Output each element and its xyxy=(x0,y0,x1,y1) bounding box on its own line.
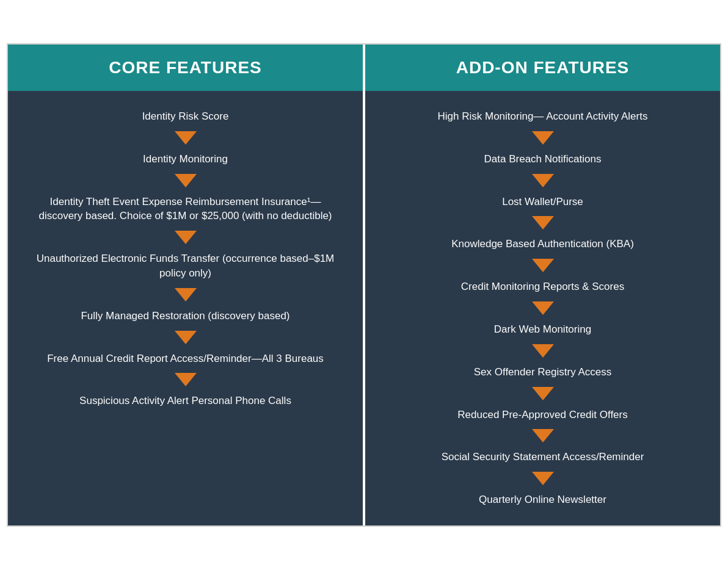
addon-feature-2: Data Breach Notifications xyxy=(384,146,702,173)
addon-arrow-2 xyxy=(532,174,554,187)
core-arrow-4 xyxy=(175,288,197,301)
core-feature-6: Free Annual Credit Report Access/Reminde… xyxy=(26,345,344,372)
addon-feature-7: Sex Offender Registry Access xyxy=(384,359,702,386)
addon-feature-6: Dark Web Monitoring xyxy=(384,316,702,343)
core-feature-2: Identity Monitoring xyxy=(26,146,344,173)
core-feature-1: Identity Risk Score xyxy=(26,103,344,130)
addon-feature-4: Knowledge Based Authentication (KBA) xyxy=(384,231,702,258)
core-features-list: Identity Risk Score Identity Monitoring … xyxy=(26,103,344,414)
addon-arrow-8 xyxy=(532,429,554,442)
addon-arrow-3 xyxy=(532,216,554,229)
addon-arrow-1 xyxy=(532,131,554,145)
addon-arrow-4 xyxy=(532,259,554,272)
core-arrow-6 xyxy=(175,373,197,386)
addon-features-column: ADD-ON FEATURES High Risk Monitoring— Ac… xyxy=(365,45,720,525)
core-arrow-2 xyxy=(175,174,197,187)
addon-features-title: ADD-ON FEATURES xyxy=(456,58,630,77)
addon-feature-9: Social Security Statement Access/Reminde… xyxy=(384,444,702,471)
core-arrow-1 xyxy=(175,131,197,145)
addon-feature-3: Lost Wallet/Purse xyxy=(384,189,702,215)
core-feature-7: Suspicious Activity Alert Personal Phone… xyxy=(26,388,344,414)
addon-feature-10: Quarterly Online Newsletter xyxy=(384,486,702,513)
core-features-title: CORE FEATURES xyxy=(109,58,262,77)
addon-features-list: High Risk Monitoring— Account Activity A… xyxy=(384,103,702,513)
core-arrow-3 xyxy=(175,231,197,244)
core-features-header: CORE FEATURES xyxy=(8,45,363,91)
core-features-column: CORE FEATURES Identity Risk Score Identi… xyxy=(8,45,363,525)
addon-arrow-5 xyxy=(532,301,554,315)
addon-feature-1: High Risk Monitoring— Account Activity A… xyxy=(384,103,702,130)
addon-feature-5: Credit Monitoring Reports & Scores xyxy=(384,273,702,300)
main-container: CORE FEATURES Identity Risk Score Identi… xyxy=(7,43,721,527)
core-arrow-5 xyxy=(175,331,197,344)
addon-arrow-7 xyxy=(532,387,554,400)
core-feature-5: Fully Managed Restoration (discovery bas… xyxy=(26,303,344,330)
addon-features-body: High Risk Monitoring— Account Activity A… xyxy=(365,91,720,525)
addon-arrow-9 xyxy=(532,472,554,485)
core-feature-3: Identity Theft Event Expense Reimburseme… xyxy=(26,189,344,230)
addon-features-header: ADD-ON FEATURES xyxy=(365,45,720,91)
addon-arrow-6 xyxy=(532,344,554,358)
core-feature-4: Unauthorized Electronic Funds Transfer (… xyxy=(26,245,344,287)
addon-feature-8: Reduced Pre-Approved Credit Offers xyxy=(384,402,702,428)
core-features-body: Identity Risk Score Identity Monitoring … xyxy=(8,91,363,525)
